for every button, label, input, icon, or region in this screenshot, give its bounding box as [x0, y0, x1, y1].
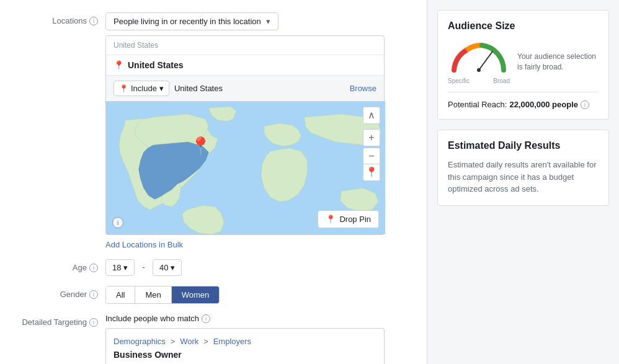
gender-label: Gender i — [19, 286, 105, 299]
gauge-labels: Specific Broad — [448, 78, 510, 84]
age-to-value: 40 — [159, 263, 168, 272]
add-locations-link[interactable]: Add Locations in Bulk — [105, 240, 183, 249]
detailed-targeting-label-text: Detailed Targeting — [22, 317, 87, 327]
gender-men-button[interactable]: Men — [135, 286, 171, 303]
age-separator: - — [142, 262, 145, 272]
pin-small-icon: 📍 — [119, 84, 128, 93]
potential-reach-value: 22,000,000 people — [509, 100, 578, 109]
age-control: 18 ▾ - 40 ▾ — [105, 259, 408, 276]
include-label: Include — [131, 84, 157, 93]
locations-row: Locations i People living in or recently… — [19, 12, 408, 249]
gender-all-button[interactable]: All — [106, 286, 135, 303]
gender-row: Gender i All Men Women — [19, 286, 408, 304]
breadcrumb-sep-2: > — [203, 337, 208, 346]
locations-info-icon[interactable]: i — [89, 17, 98, 25]
map-pin-tool-button[interactable]: 📍 — [363, 164, 380, 181]
breadcrumb-sep-1: > — [171, 337, 176, 346]
audience-size-title: Audience Size — [448, 20, 599, 32]
detailed-targeting-info-icon[interactable]: i — [89, 318, 98, 327]
drop-pin-label: Drop Pin — [339, 215, 371, 224]
gauge-wrapper: Specific Broad — [448, 39, 510, 84]
location-type-dropdown[interactable]: People living in or recently in this loc… — [105, 12, 278, 30]
include-chevron-icon: ▾ — [159, 84, 164, 93]
map-pin-icon: 📍 — [114, 60, 124, 70]
svg-line-1 — [479, 51, 492, 70]
location-pin-icon: 📍 — [365, 167, 378, 177]
location-type-label: People living in or recently in this loc… — [114, 17, 261, 26]
age-info-icon[interactable]: i — [89, 264, 98, 272]
locations-control: People living in or recently in this loc… — [105, 12, 408, 249]
gauge-description: Your audience selection is fairly broad. — [517, 51, 599, 73]
gauge-specific-label: Specific — [448, 78, 470, 84]
location-box-header: United States — [106, 36, 384, 55]
minus-icon: − — [368, 151, 374, 161]
map-zoom-in-button[interactable]: + — [363, 129, 380, 146]
age-from-chevron: ▾ — [123, 263, 128, 272]
plus-icon: + — [368, 133, 374, 143]
age-row: Age i 18 ▾ - 40 ▾ — [19, 259, 408, 276]
age-label-text: Age — [73, 263, 87, 272]
detailed-targeting-control: Include people who match i Demographics … — [105, 314, 408, 364]
gauge-container: Specific Broad Your audience selection i… — [448, 39, 599, 84]
svg-point-2 — [477, 68, 481, 72]
include-people-info-icon[interactable]: i — [202, 314, 210, 323]
gender-women-button[interactable]: Women — [172, 286, 220, 303]
breadcrumb-work[interactable]: Work — [180, 337, 198, 346]
detailed-targeting-box: Demographics > Work > Employers Business… — [105, 328, 385, 364]
country-header-text: United States — [114, 41, 158, 50]
include-people-label: Include people who match — [105, 314, 199, 323]
gender-label-text: Gender — [60, 290, 87, 299]
gauge-broad-label: Broad — [493, 78, 510, 84]
location-tag: 📍 United States — [114, 60, 183, 70]
estimated-results-card: Estimated Daily Results Estimated daily … — [437, 130, 609, 206]
locations-label: Locations i — [19, 12, 105, 25]
breadcrumb-demographics[interactable]: Demographics — [114, 337, 166, 346]
map-zoom-out-button[interactable]: − — [363, 148, 380, 165]
locations-label-text: Locations — [52, 16, 87, 25]
drop-pin-button[interactable]: 📍 Drop Pin — [318, 210, 379, 228]
main-content: Locations i People living in or recently… — [0, 0, 427, 364]
gender-info-icon[interactable]: i — [89, 290, 98, 299]
breadcrumb-employers[interactable]: Employers — [213, 337, 251, 346]
detailed-targeting-row: Detailed Targeting i Include people who … — [19, 314, 408, 364]
include-dropdown[interactable]: 📍 Include ▾ — [114, 81, 169, 96]
chevron-down-icon: ▾ — [266, 17, 270, 26]
browse-button[interactable]: Browse — [350, 84, 376, 93]
business-owner-item: Business Owner — [114, 350, 376, 360]
gauge-svg — [448, 39, 510, 73]
chevron-up-icon: ∧ — [368, 110, 375, 120]
location-box: United States 📍 United States 📍 Include … — [105, 35, 385, 235]
age-to-dropdown[interactable]: 40 ▾ — [153, 259, 182, 276]
gender-button-group: All Men Women — [105, 286, 220, 304]
detailed-targeting-label: Detailed Targeting i — [19, 314, 105, 327]
age-label: Age i — [19, 259, 105, 272]
potential-reach: Potential Reach: 22,000,000 people i — [448, 100, 599, 109]
potential-reach-label: Potential Reach: — [448, 100, 507, 109]
include-row: 📍 Include ▾ Browse — [106, 75, 384, 101]
age-from-dropdown[interactable]: 18 ▾ — [105, 259, 135, 276]
sidebar: Audience Size — [427, 0, 619, 364]
map-collapse-button[interactable]: ∧ — [363, 107, 380, 124]
potential-reach-info-icon[interactable]: i — [581, 100, 589, 109]
divider — [448, 92, 599, 92]
map-container: 📍 ∧ + − — [106, 101, 385, 234]
audience-size-card: Audience Size — [437, 10, 609, 120]
age-to-chevron: ▾ — [171, 263, 175, 272]
age-from-value: 18 — [112, 263, 121, 272]
drop-pin-icon: 📍 — [326, 215, 336, 224]
country-name: United States — [128, 60, 183, 70]
estimated-results-title: Estimated Daily Results — [448, 140, 599, 151]
breadcrumb: Demographics > Work > Employers — [114, 336, 376, 346]
map-location-marker: 📍 — [190, 136, 212, 156]
map-info-icon[interactable]: i — [112, 217, 123, 228]
location-search-input[interactable] — [174, 84, 345, 93]
gender-control: All Men Women — [105, 286, 408, 304]
estimated-results-text: Estimated daily results aren't available… — [448, 159, 599, 195]
